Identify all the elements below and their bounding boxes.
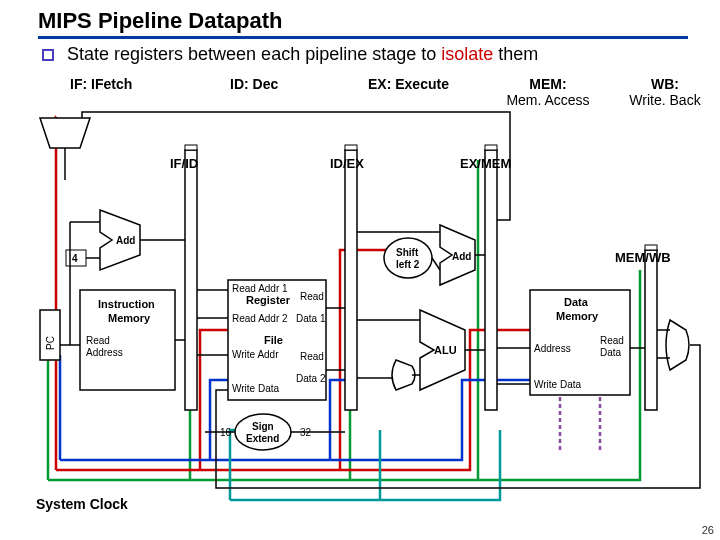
instr-mem-l1: Instruction: [98, 298, 155, 310]
regfile-title: Register: [246, 294, 291, 306]
pc-label: PC: [45, 336, 56, 350]
pc-mux: [40, 118, 90, 148]
dmem-l2: Memory: [556, 310, 599, 322]
ifid-label: IF/ID: [170, 156, 198, 171]
dmem-rd1: Read: [600, 335, 624, 346]
shift-l1: Shift: [396, 247, 419, 258]
instr-mem-l2: Memory: [108, 312, 151, 324]
svg-rect-1: [345, 145, 357, 150]
sign-ext: [235, 414, 291, 450]
datapath-svg: PC Instruction Memory Read Address Add 4…: [0, 0, 720, 540]
dmem-rd2: Data: [600, 347, 622, 358]
add2-label: Add: [452, 251, 471, 262]
memwb-reg: [645, 250, 657, 410]
wa: Write Addr: [232, 349, 279, 360]
svg-rect-2: [485, 145, 497, 150]
alu-label: ALU: [434, 344, 457, 356]
ra2: Read Addr 2: [232, 313, 288, 324]
ra1: Read Addr 1: [232, 283, 288, 294]
rd2a: Read: [300, 351, 324, 362]
rd1a: Read: [300, 291, 324, 302]
shift-left: [384, 238, 432, 278]
dmem-addr: Address: [534, 343, 571, 354]
read-addr-l1: Read: [86, 335, 110, 346]
svg-rect-0: [185, 145, 197, 150]
system-clock-label: System Clock: [36, 496, 128, 512]
shift-l2: left 2: [396, 259, 420, 270]
w-add2b: [432, 258, 440, 270]
idex-reg: [345, 150, 357, 410]
wd: Write Data: [232, 383, 279, 394]
ifid-reg: [185, 150, 197, 410]
const4: 4: [72, 253, 78, 264]
pc-block: [40, 310, 60, 360]
branch-loop: [82, 112, 510, 220]
memwb-label: MEM/WB: [615, 250, 671, 265]
page-number: 26: [702, 524, 714, 536]
regfile-file: File: [264, 334, 283, 346]
rd2b: Data 2: [296, 373, 326, 384]
add1-label: Add: [116, 235, 135, 246]
read-addr-l2: Address: [86, 347, 123, 358]
exmem-reg: [485, 150, 497, 410]
exmem-label: EX/MEM: [460, 156, 511, 171]
idex-label: ID/EX: [330, 156, 364, 171]
sign-l1: Sign: [252, 421, 274, 432]
alu-mux: [392, 360, 415, 390]
wb-mux: [666, 320, 689, 370]
dmem-wd: Write Data: [534, 379, 581, 390]
dmem-l1: Data: [564, 296, 589, 308]
rd1b: Data 1: [296, 313, 326, 324]
sign-l2: Extend: [246, 433, 279, 444]
